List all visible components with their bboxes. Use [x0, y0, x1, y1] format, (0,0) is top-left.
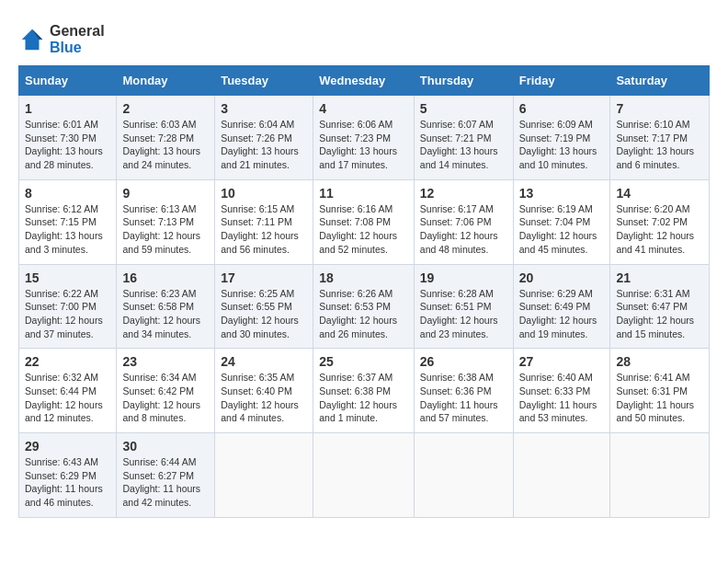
day-number: 16 — [122, 270, 209, 285]
calendar-cell: 8Sunrise: 6:12 AM Sunset: 7:15 PM Daylig… — [19, 179, 117, 264]
page-header: General Blue — [18, 18, 710, 56]
day-number: 12 — [420, 186, 507, 201]
day-info: Sunrise: 6:29 AM Sunset: 6:49 PM Dayligh… — [519, 287, 605, 341]
header-cell-thursday: Thursday — [414, 66, 513, 96]
day-info: Sunrise: 6:04 AM Sunset: 7:26 PM Dayligh… — [221, 118, 307, 172]
day-number: 14 — [616, 186, 703, 201]
calendar-cell: 25Sunrise: 6:37 AM Sunset: 6:38 PM Dayli… — [313, 349, 415, 433]
header-cell-tuesday: Tuesday — [215, 66, 313, 96]
calendar-table: SundayMondayTuesdayWednesdayThursdayFrid… — [18, 65, 710, 518]
day-info: Sunrise: 6:16 AM Sunset: 7:08 PM Dayligh… — [319, 202, 408, 257]
calendar-cell: 7Sunrise: 6:10 AM Sunset: 7:17 PM Daylig… — [610, 96, 710, 180]
day-number: 2 — [122, 101, 209, 116]
day-info: Sunrise: 6:34 AM Sunset: 6:42 PM Dayligh… — [122, 371, 209, 425]
header-row: SundayMondayTuesdayWednesdayThursdayFrid… — [19, 66, 710, 96]
day-info: Sunrise: 6:19 AM Sunset: 7:04 PM Dayligh… — [519, 202, 605, 257]
day-info: Sunrise: 6:15 AM Sunset: 7:11 PM Dayligh… — [221, 202, 307, 257]
day-number: 21 — [616, 270, 703, 285]
day-number: 30 — [122, 439, 209, 454]
calendar-cell — [313, 433, 415, 518]
calendar-cell — [513, 433, 610, 518]
day-number: 5 — [420, 101, 507, 116]
day-number: 28 — [616, 354, 703, 369]
calendar-cell: 11Sunrise: 6:16 AM Sunset: 7:08 PM Dayli… — [313, 179, 415, 264]
calendar-cell: 28Sunrise: 6:41 AM Sunset: 6:31 PM Dayli… — [610, 349, 710, 433]
logo-icon — [18, 26, 46, 53]
day-number: 4 — [319, 101, 408, 116]
day-number: 23 — [122, 354, 209, 369]
day-info: Sunrise: 6:23 AM Sunset: 6:58 PM Dayligh… — [122, 287, 209, 341]
calendar-cell: 4Sunrise: 6:06 AM Sunset: 7:23 PM Daylig… — [313, 96, 415, 180]
calendar-cell: 27Sunrise: 6:40 AM Sunset: 6:33 PM Dayli… — [513, 349, 610, 433]
day-number: 18 — [319, 270, 408, 285]
calendar-cell: 15Sunrise: 6:22 AM Sunset: 7:00 PM Dayli… — [19, 264, 117, 349]
calendar-cell: 30Sunrise: 6:44 AM Sunset: 6:27 PM Dayli… — [117, 433, 215, 518]
day-info: Sunrise: 6:09 AM Sunset: 7:19 PM Dayligh… — [519, 118, 605, 172]
day-info: Sunrise: 6:06 AM Sunset: 7:23 PM Dayligh… — [319, 118, 408, 172]
calendar-week-1: 1Sunrise: 6:01 AM Sunset: 7:30 PM Daylig… — [19, 96, 710, 180]
header-cell-saturday: Saturday — [610, 66, 710, 96]
header-cell-sunday: Sunday — [19, 66, 117, 96]
day-info: Sunrise: 6:40 AM Sunset: 6:33 PM Dayligh… — [519, 371, 605, 425]
calendar-cell: 3Sunrise: 6:04 AM Sunset: 7:26 PM Daylig… — [215, 96, 313, 180]
header-cell-wednesday: Wednesday — [313, 66, 415, 96]
calendar-cell: 12Sunrise: 6:17 AM Sunset: 7:06 PM Dayli… — [414, 179, 513, 264]
day-info: Sunrise: 6:32 AM Sunset: 6:44 PM Dayligh… — [25, 371, 110, 425]
calendar-cell: 29Sunrise: 6:43 AM Sunset: 6:29 PM Dayli… — [19, 433, 117, 518]
logo-text: General Blue — [50, 23, 105, 56]
day-info: Sunrise: 6:44 AM Sunset: 6:27 PM Dayligh… — [122, 455, 209, 510]
calendar-cell — [215, 433, 313, 518]
calendar-cell: 26Sunrise: 6:38 AM Sunset: 6:36 PM Dayli… — [414, 349, 513, 433]
day-number: 22 — [25, 354, 110, 369]
logo: General Blue — [18, 23, 105, 56]
day-number: 13 — [519, 186, 605, 201]
day-number: 19 — [420, 270, 507, 285]
day-info: Sunrise: 6:12 AM Sunset: 7:15 PM Dayligh… — [25, 202, 110, 257]
day-info: Sunrise: 6:37 AM Sunset: 6:38 PM Dayligh… — [319, 371, 408, 425]
calendar-cell: 21Sunrise: 6:31 AM Sunset: 6:47 PM Dayli… — [610, 264, 710, 349]
calendar-cell — [610, 433, 710, 518]
calendar-body: 1Sunrise: 6:01 AM Sunset: 7:30 PM Daylig… — [19, 96, 710, 518]
day-info: Sunrise: 6:07 AM Sunset: 7:21 PM Dayligh… — [420, 118, 507, 172]
day-number: 11 — [319, 186, 408, 201]
day-number: 6 — [519, 101, 605, 116]
day-number: 27 — [519, 354, 605, 369]
day-info: Sunrise: 6:20 AM Sunset: 7:02 PM Dayligh… — [616, 202, 703, 257]
day-info: Sunrise: 6:31 AM Sunset: 6:47 PM Dayligh… — [616, 287, 703, 341]
day-number: 8 — [25, 186, 110, 201]
calendar-cell: 22Sunrise: 6:32 AM Sunset: 6:44 PM Dayli… — [19, 349, 117, 433]
header-cell-friday: Friday — [513, 66, 610, 96]
header-cell-monday: Monday — [117, 66, 215, 96]
day-info: Sunrise: 6:17 AM Sunset: 7:06 PM Dayligh… — [420, 202, 507, 257]
day-info: Sunrise: 6:43 AM Sunset: 6:29 PM Dayligh… — [25, 455, 110, 510]
calendar-cell: 14Sunrise: 6:20 AM Sunset: 7:02 PM Dayli… — [610, 179, 710, 264]
calendar-cell: 16Sunrise: 6:23 AM Sunset: 6:58 PM Dayli… — [117, 264, 215, 349]
day-number: 24 — [221, 354, 307, 369]
day-info: Sunrise: 6:22 AM Sunset: 7:00 PM Dayligh… — [25, 287, 110, 341]
calendar-cell: 5Sunrise: 6:07 AM Sunset: 7:21 PM Daylig… — [414, 96, 513, 180]
calendar-cell: 9Sunrise: 6:13 AM Sunset: 7:13 PM Daylig… — [117, 179, 215, 264]
day-number: 17 — [221, 270, 307, 285]
day-number: 29 — [25, 439, 110, 454]
day-info: Sunrise: 6:38 AM Sunset: 6:36 PM Dayligh… — [420, 371, 507, 425]
day-info: Sunrise: 6:35 AM Sunset: 6:40 PM Dayligh… — [221, 371, 307, 425]
calendar-cell: 13Sunrise: 6:19 AM Sunset: 7:04 PM Dayli… — [513, 179, 610, 264]
calendar-cell: 20Sunrise: 6:29 AM Sunset: 6:49 PM Dayli… — [513, 264, 610, 349]
calendar-cell: 6Sunrise: 6:09 AM Sunset: 7:19 PM Daylig… — [513, 96, 610, 180]
day-info: Sunrise: 6:03 AM Sunset: 7:28 PM Dayligh… — [122, 118, 209, 172]
calendar-week-3: 15Sunrise: 6:22 AM Sunset: 7:00 PM Dayli… — [19, 264, 710, 349]
calendar-cell: 23Sunrise: 6:34 AM Sunset: 6:42 PM Dayli… — [117, 349, 215, 433]
day-info: Sunrise: 6:41 AM Sunset: 6:31 PM Dayligh… — [616, 371, 703, 425]
day-number: 15 — [25, 270, 110, 285]
day-number: 3 — [221, 101, 307, 116]
day-number: 20 — [519, 270, 605, 285]
calendar-cell: 18Sunrise: 6:26 AM Sunset: 6:53 PM Dayli… — [313, 264, 415, 349]
calendar-week-5: 29Sunrise: 6:43 AM Sunset: 6:29 PM Dayli… — [19, 433, 710, 518]
day-info: Sunrise: 6:10 AM Sunset: 7:17 PM Dayligh… — [616, 118, 703, 172]
calendar-header: SundayMondayTuesdayWednesdayThursdayFrid… — [19, 66, 710, 96]
day-info: Sunrise: 6:25 AM Sunset: 6:55 PM Dayligh… — [221, 287, 307, 341]
day-info: Sunrise: 6:26 AM Sunset: 6:53 PM Dayligh… — [319, 287, 408, 341]
calendar-week-2: 8Sunrise: 6:12 AM Sunset: 7:15 PM Daylig… — [19, 179, 710, 264]
calendar-week-4: 22Sunrise: 6:32 AM Sunset: 6:44 PM Dayli… — [19, 349, 710, 433]
day-number: 7 — [616, 101, 703, 116]
